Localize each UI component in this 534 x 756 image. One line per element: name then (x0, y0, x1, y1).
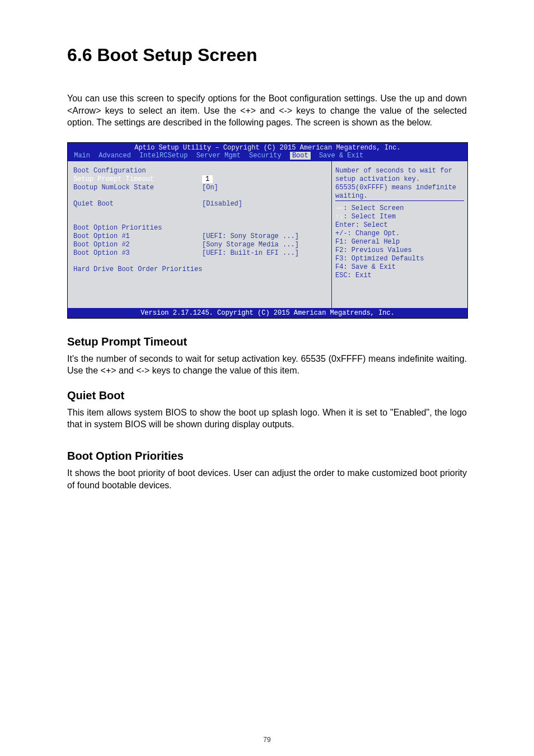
key-help-line: +/-: Change Opt. (335, 230, 464, 238)
section-body: It shows the boot priority of boot devic… (67, 467, 467, 491)
page-title: 6.6 Boot Setup Screen (67, 45, 467, 66)
section-heading-setup-prompt: Setup Prompt Timeout (67, 335, 467, 348)
bios-right-pane: Number of seconds to wait for setup acti… (332, 161, 467, 308)
key-help-line: : Select Item (343, 213, 396, 221)
bios-top-bar: Aptio Setup Utility – Copyright (C) 2015… (68, 143, 467, 161)
menu-item-saveexit: Save & Exit (319, 152, 363, 160)
section-heading-boot-priorities: Boot Option Priorities (73, 224, 202, 232)
menu-item-main: Main (74, 152, 90, 160)
section-heading-quiet-boot: Quiet Boot (67, 389, 467, 402)
boot-option-3-value: [UEFI: Built-in EFI ...] (202, 249, 328, 258)
document-page: 6.6 Boot Setup Screen You can use this s… (0, 0, 534, 756)
bios-help-text: Number of seconds to wait for setup acti… (335, 167, 464, 200)
boot-option-3-label: Boot Option #3 (73, 249, 202, 258)
boot-option-2-label: Boot Option #2 (73, 241, 202, 249)
opt-setup-prompt-timeout-label: Setup Prompt Timeout (73, 175, 202, 184)
key-prefix: →← (335, 204, 343, 212)
bios-body: Boot Configuration Setup Prompt Timeout … (68, 161, 467, 308)
menu-item-intelrc: IntelRCSetup (139, 152, 188, 160)
boot-option-2-value: [Sony Storage Media ...] (202, 241, 328, 249)
section-heading: Boot Configuration (73, 167, 202, 175)
section-heading-hdd-priorities: Hard Drive Boot Order Priorities (73, 265, 202, 274)
section-body: It's the number of seconds to wait for s… (67, 353, 467, 377)
menu-item-advanced: Advanced (99, 152, 131, 160)
section-heading-boot-option-priorities: Boot Option Priorities (67, 450, 467, 463)
key-help-line: F4: Save & Exit (335, 263, 464, 272)
opt-numlock-label: Bootup NumLock State (73, 184, 202, 192)
key-help-line: F3: Optimized Defaults (335, 255, 464, 263)
bios-left-pane: Boot Configuration Setup Prompt Timeout … (68, 161, 332, 308)
section-body: This item allows system BIOS to show the… (67, 407, 467, 431)
menu-item-boot-selected: Boot (290, 152, 311, 160)
page-number: 79 (0, 736, 534, 744)
key-help-line: : Select Screen (343, 204, 404, 212)
intro-paragraph: You can use this screen to specify optio… (67, 92, 467, 129)
bios-footer: Version 2.17.1245. Copyright (C) 2015 Am… (68, 308, 467, 318)
boot-option-1-label: Boot Option #1 (73, 232, 202, 241)
bios-menu: Main Advanced IntelRCSetup Server Mgmt S… (70, 152, 465, 160)
menu-item-security: Security (249, 152, 282, 160)
key-help-line: F1: General Help (335, 238, 464, 246)
opt-setup-prompt-timeout-value: 1 (202, 175, 213, 183)
menu-item-servermgmt: Server Mgmt (196, 152, 241, 160)
bios-screenshot: Aptio Setup Utility – Copyright (C) 2015… (67, 142, 468, 319)
key-help-line: ESC: Exit (335, 272, 464, 280)
key-help-line: Enter: Select (335, 221, 464, 230)
opt-quietboot-value: [Disabled] (202, 200, 328, 208)
opt-numlock-value: [On] (202, 184, 328, 192)
bios-header: Aptio Setup Utility – Copyright (C) 2015… (70, 144, 465, 152)
opt-quietboot-label: Quiet Boot (73, 200, 202, 208)
key-prefix: ↑↓ (335, 213, 343, 221)
bios-key-help: →←: Select Screen ↑↓: Select Item Enter:… (335, 200, 464, 302)
boot-option-1-value: [UEFI: Sony Storage ...] (202, 232, 328, 241)
key-help-line: F2: Previous Values (335, 246, 464, 255)
